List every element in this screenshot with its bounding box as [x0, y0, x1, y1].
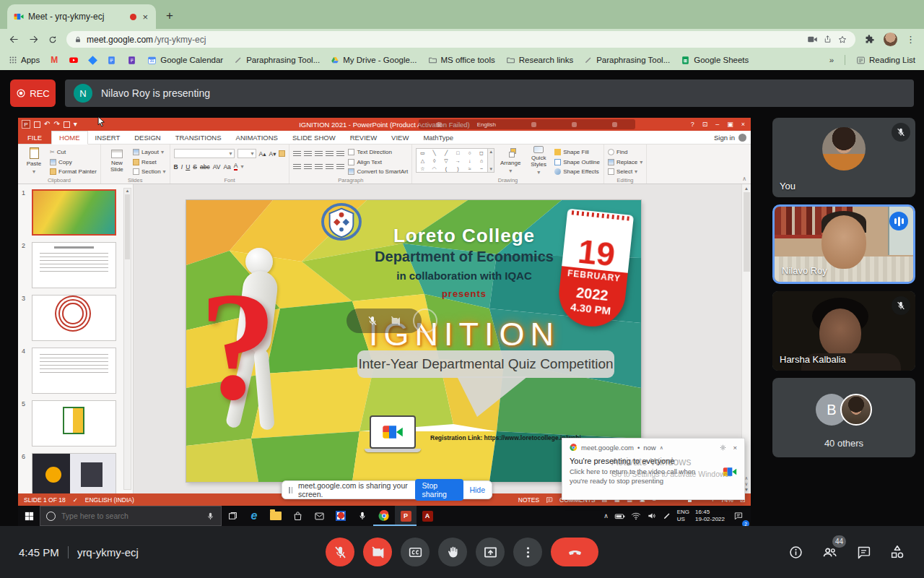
hidden-icons-caret[interactable]: ∧ [603, 512, 609, 519]
tab-design[interactable]: DESIGN [127, 131, 167, 144]
cut-button[interactable]: ✂Cut [50, 148, 97, 156]
language-tray[interactable]: ENGUS [677, 509, 689, 522]
wifi-icon[interactable] [631, 511, 641, 521]
hide-sharing-bar-button[interactable]: Hide [469, 486, 485, 494]
shapes-gallery[interactable]: ▭╲╱□○◻ △◊▽→↓⌂ ☆◠()≈~ [416, 148, 488, 173]
align-left-icon[interactable] [293, 164, 301, 170]
convert-smartart-button[interactable]: Convert to SmartArt [348, 168, 408, 176]
bookmark-drive-diamond-icon[interactable] [88, 56, 97, 65]
store-button[interactable] [287, 506, 308, 526]
bookmark-apps[interactable]: Apps [9, 56, 40, 64]
bullets-icon[interactable] [293, 151, 301, 157]
indent-decrease-icon[interactable] [315, 151, 323, 157]
format-painter-button[interactable]: Format Painter [50, 168, 97, 176]
back-icon[interactable] [9, 34, 19, 45]
change-case-button[interactable]: Aa [223, 163, 230, 171]
grow-font-button[interactable]: A▴ [259, 150, 266, 158]
font-size-combo[interactable]: ▾ [237, 149, 256, 158]
ppt-logo-icon[interactable]: P [22, 120, 30, 129]
quick-styles-button[interactable]: Quick Styles▾ [526, 146, 551, 176]
participants-panel-button[interactable]: 44 [821, 544, 838, 561]
align-right-icon[interactable] [315, 164, 323, 170]
bookmark-youtube-icon[interactable] [69, 55, 79, 65]
slide-thumbnail-5[interactable] [32, 400, 116, 447]
close-icon[interactable]: × [741, 121, 745, 128]
reload-icon[interactable] [48, 35, 58, 45]
replace-button[interactable]: Replace▾ [608, 158, 642, 166]
raise-hand-button[interactable] [438, 538, 467, 566]
participant-tile-harsha[interactable]: Harsha Kalbalia [772, 291, 915, 371]
new-tab-button[interactable]: + [166, 9, 173, 23]
find-button[interactable]: Find [608, 148, 642, 156]
underline-button[interactable]: U [186, 163, 190, 171]
reading-list-button[interactable]: Reading List [856, 56, 915, 65]
bookmark-research-links[interactable]: Research links [506, 56, 573, 65]
end-call-button[interactable] [551, 538, 598, 566]
bookmark-google-sheets[interactable]: Google Sheets [681, 56, 749, 65]
help-icon[interactable]: ? [691, 121, 694, 128]
clear-formatting-button[interactable] [279, 150, 285, 157]
ribbon-options-icon[interactable]: ⊡ [702, 121, 708, 128]
tab-view[interactable]: VIEW [384, 131, 416, 144]
thumbnail-row[interactable]: 5 [22, 400, 121, 447]
tab-review[interactable]: REVIEW [343, 131, 384, 144]
acrobat-taskbar-button[interactable]: A [417, 506, 438, 526]
tab-insert[interactable]: INSERT [88, 131, 128, 144]
tab-home[interactable]: HOME [51, 131, 88, 144]
bookmark-paraphrasing-2[interactable]: Paraphrasing Tool... [584, 56, 670, 64]
browser-tab[interactable]: Meet - yrq-ykmy-ecj × [7, 4, 156, 29]
battery-icon[interactable] [614, 511, 625, 522]
align-text-button[interactable]: Align Text [348, 158, 408, 166]
arrange-button[interactable]: Arrange▾ [498, 146, 523, 176]
participant-tile-nilavo[interactable]: Nilavo Roy [772, 204, 915, 284]
shrink-font-button[interactable]: A▾ [269, 150, 276, 158]
indent-increase-icon[interactable] [326, 151, 334, 157]
char-spacing-button[interactable]: AV [213, 163, 221, 171]
task-view-button[interactable] [222, 506, 243, 526]
strikethrough-button[interactable]: S [193, 163, 197, 171]
previous-slide-button[interactable]: ∧ [745, 475, 749, 481]
participant-tile-you[interactable]: You [772, 118, 915, 197]
tab-capture-icon[interactable] [807, 34, 818, 45]
copy-button[interactable]: Copy [50, 158, 97, 166]
restore-icon[interactable]: ▣ [727, 121, 733, 128]
mic-toggle-button[interactable] [326, 538, 354, 566]
participant-tile-others[interactable]: B 40 others [772, 378, 915, 457]
minimize-icon[interactable]: – [715, 121, 719, 128]
forward-icon[interactable] [28, 34, 39, 45]
shape-effects-button[interactable]: Shape Effects [554, 168, 600, 176]
next-slide-button[interactable]: ∨ [745, 481, 749, 487]
chrome-taskbar-button[interactable] [373, 506, 395, 526]
reset-button[interactable]: Reset [133, 158, 166, 166]
slide-thumbnail-1[interactable] [32, 189, 116, 236]
meeting-details-icon[interactable] [788, 545, 803, 560]
notification-settings-icon[interactable] [719, 444, 727, 452]
thumbnail-row[interactable]: 4 [22, 348, 121, 394]
pen-icon[interactable] [663, 512, 671, 520]
tab-transitions[interactable]: TRANSITIONS [168, 131, 229, 144]
sign-in-button[interactable]: Sign in [714, 131, 751, 144]
save-icon[interactable] [34, 121, 40, 128]
line-spacing-icon[interactable] [336, 151, 344, 157]
new-slide-button[interactable]: New Slide [105, 146, 129, 176]
share-icon[interactable] [823, 35, 832, 44]
tab-slideshow[interactable]: SLIDE SHOW [285, 131, 343, 144]
tab-file[interactable]: FILE [18, 131, 51, 144]
slide-thumbnail-4[interactable] [32, 348, 116, 394]
justify-icon[interactable] [326, 164, 334, 170]
font-name-combo[interactable]: ▾ [174, 149, 235, 158]
text-direction-button[interactable]: Text Direction [348, 148, 408, 156]
voice-recorder-button[interactable] [352, 506, 373, 526]
action-center-button[interactable]: 2 [731, 506, 746, 526]
bookmark-forms-icon[interactable] [127, 56, 136, 65]
search-input[interactable] [61, 512, 200, 520]
thumbnail-row[interactable]: 3 [22, 295, 121, 341]
tab-animations[interactable]: ANIMATIONS [229, 131, 285, 144]
taskbar-search[interactable] [40, 506, 222, 526]
numbering-icon[interactable] [304, 151, 312, 157]
slideshow-icon[interactable] [64, 121, 70, 128]
slide-thumbnail-2[interactable] [32, 242, 116, 288]
edge-button[interactable]: e [243, 506, 265, 526]
bookmark-paraphrasing-1[interactable]: Paraphrasing Tool... [234, 56, 320, 64]
notification-caret-icon[interactable]: ∧ [660, 445, 663, 451]
